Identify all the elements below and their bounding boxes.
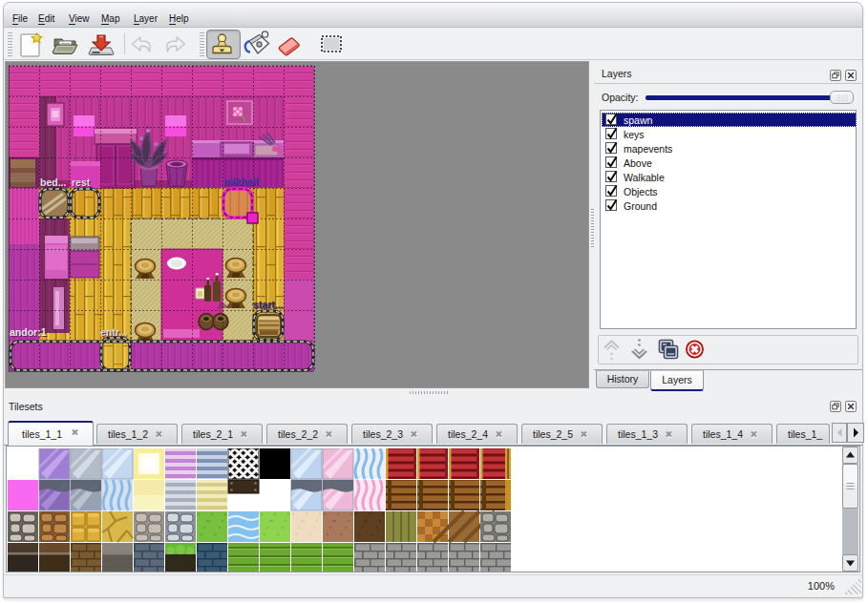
svg-text:entr...: entr... [100,326,127,338]
svg-text:mikhail: mikhail [223,176,258,187]
svg-text:rest: rest [72,177,91,188]
svg-text:start...: start... [253,299,284,310]
svg-text:bed...: bed... [40,177,67,188]
svg-text:andor:1: andor:1 [10,326,47,338]
